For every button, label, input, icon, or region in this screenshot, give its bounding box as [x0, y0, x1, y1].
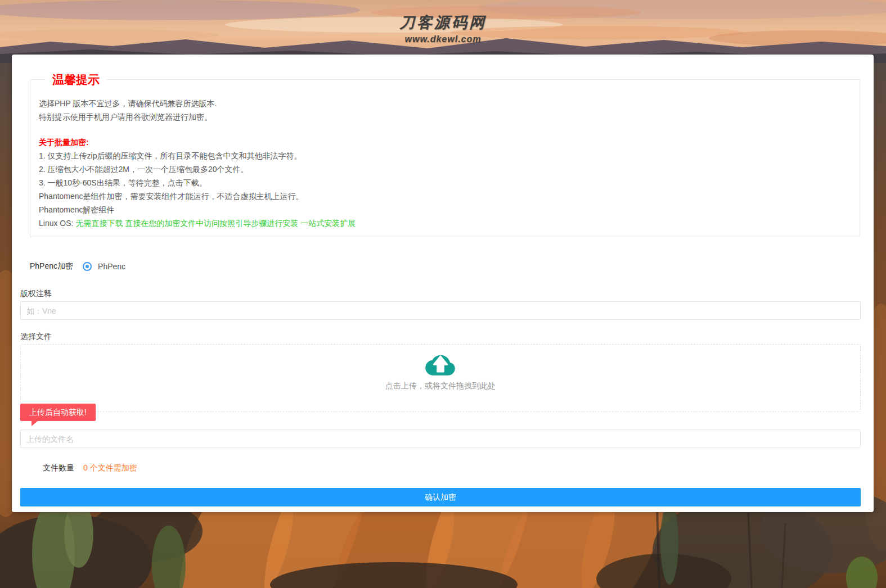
copyright-label: 版权注释	[20, 288, 861, 299]
phpenc-radio[interactable]	[83, 262, 92, 271]
radio-dot-icon	[86, 265, 89, 268]
main-card: 温馨提示 选择PHP 版本不宜过多，请确保代码兼容所选版本. 特别提示使用手机用…	[12, 55, 874, 512]
confirm-encrypt-button[interactable]: 确认加密	[20, 488, 861, 506]
notice-title: 温馨提示	[46, 74, 106, 85]
install-guide-link[interactable]: 无需直接下载 直接在您的加密文件中访问按照引导步骤进行安装 一站式安装扩展	[75, 219, 356, 228]
notice-line: Phantomenc解密组件	[39, 203, 851, 216]
phpenc-radio-option-label[interactable]: PhPenc	[98, 262, 125, 271]
batch-rule: 2. 压缩包大小不能超过2M，一次一个压缩包最多20个文件。	[39, 162, 851, 176]
encrypt-type-row: PhPenc加密 PhPenc	[30, 261, 861, 272]
upload-dropzone[interactable]: 点击上传，或将文件拖拽到此处	[20, 344, 861, 412]
file-count-row: 文件数量0 个文件需加密	[43, 462, 861, 473]
batch-rule: 3. 一般10秒-60S出结果，等待完整，点击下载。	[39, 176, 851, 189]
notice-line: 特别提示使用手机用户请用谷歌浏览器进行加密。	[39, 110, 851, 124]
upload-tooltip: 上传后自动获取!	[20, 404, 96, 421]
linux-os-line: Linux OS: 无需直接下载 直接在您的加密文件中访问按照引导步骤进行安装 …	[39, 216, 851, 230]
upload-area: 点击上传，或将文件拖拽到此处 上传后自动获取!	[20, 344, 861, 412]
cloud-upload-icon	[424, 352, 457, 378]
copyright-input[interactable]	[20, 301, 861, 320]
logo-title: 刀客源码网	[0, 12, 886, 33]
filename-input[interactable]	[20, 429, 861, 448]
encrypt-type-label: PhPenc加密	[30, 261, 73, 272]
site-logo: 刀客源码网 www.dkewl.com	[0, 12, 886, 44]
logo-subtitle: www.dkewl.com	[0, 34, 886, 44]
file-count-value: 0 个文件需加密	[83, 463, 137, 472]
upload-tooltip-text: 上传后自动获取!	[29, 408, 87, 417]
file-count-label: 文件数量	[43, 463, 74, 472]
notice-line: 选择PHP 版本不宜过多，请确保代码兼容所选版本.	[39, 97, 851, 110]
file-select-label: 选择文件	[20, 331, 861, 342]
dropzone-hint-text: 点击上传，或将文件拖拽到此处	[385, 381, 496, 391]
notice-panel: 温馨提示 选择PHP 版本不宜过多，请确保代码兼容所选版本. 特别提示使用手机用…	[30, 74, 860, 237]
linux-os-prefix: Linux OS:	[39, 219, 75, 228]
batch-rule: 1. 仅支持上传zip后缀的压缩文件，所有目录不能包含中文和其他非法字符。	[39, 149, 851, 162]
batch-encrypt-title: 关于批量加密:	[39, 135, 851, 149]
notice-line: Phantomenc是组件加密，需要安装组件才能运行，不适合虚拟主机上运行。	[39, 189, 851, 203]
